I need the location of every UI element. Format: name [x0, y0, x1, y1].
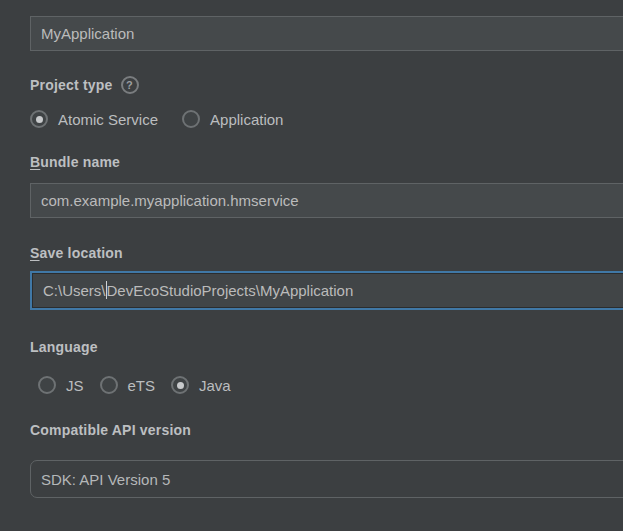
save-location-value-before-caret: C:\Users\ [43, 282, 106, 299]
bundle-name-label: Bundle name [30, 154, 623, 170]
radio-circle-icon [182, 110, 200, 128]
project-name-value: MyApplication [41, 25, 134, 42]
radio-atomic-service-label[interactable]: Atomic Service [58, 111, 158, 128]
compatible-api-version-label-text: Compatible API version [30, 422, 191, 438]
radio-java-label[interactable]: Java [199, 377, 231, 394]
project-config-form: MyApplication Project type ? Atomic Serv… [0, 0, 623, 531]
help-icon[interactable]: ? [121, 76, 139, 94]
radio-circle-icon [100, 376, 118, 394]
language-label: Language [30, 339, 623, 355]
project-type-label-text: Project type [30, 77, 113, 93]
bundle-name-value: com.example.myapplication.hmservice [41, 192, 299, 209]
bundle-name-input[interactable]: com.example.myapplication.hmservice [30, 183, 623, 218]
save-location-input[interactable]: C:\Users\DevEcoStudioProjects\MyApplicat… [33, 274, 623, 307]
radio-ets-label[interactable]: eTS [128, 377, 156, 394]
radio-atomic-service[interactable]: Atomic Service [30, 110, 158, 128]
save-location-label: Save location [30, 245, 623, 261]
project-name-input[interactable]: MyApplication [30, 16, 623, 51]
compatible-api-version-label: Compatible API version [30, 422, 623, 438]
radio-application[interactable]: Application [182, 110, 283, 128]
radio-ets[interactable]: eTS [100, 376, 156, 394]
bundle-name-label-text: Bundle name [30, 154, 120, 170]
radio-application-label[interactable]: Application [210, 111, 283, 128]
radio-js-label[interactable]: JS [66, 377, 84, 394]
sdk-api-version-value: SDK: API Version 5 [41, 471, 170, 488]
language-radio-group: JS eTS Java [30, 376, 623, 394]
radio-js[interactable]: JS [38, 376, 84, 394]
radio-java[interactable]: Java [171, 376, 231, 394]
radio-circle-icon [30, 110, 48, 128]
radio-dot [36, 116, 43, 123]
project-type-radio-group: Atomic Service Application [30, 110, 623, 128]
save-location-label-text: Save location [30, 245, 123, 261]
radio-circle-icon [171, 376, 189, 394]
radio-dot [177, 382, 184, 389]
language-label-text: Language [30, 339, 98, 355]
sdk-api-version-combobox[interactable]: SDK: API Version 5 [30, 460, 623, 498]
save-location-value-after-caret: DevEcoStudioProjects\MyApplication [107, 282, 354, 299]
radio-circle-icon [38, 376, 56, 394]
save-location-focus-ring: C:\Users\DevEcoStudioProjects\MyApplicat… [30, 271, 623, 310]
project-type-label: Project type ? [30, 76, 623, 94]
